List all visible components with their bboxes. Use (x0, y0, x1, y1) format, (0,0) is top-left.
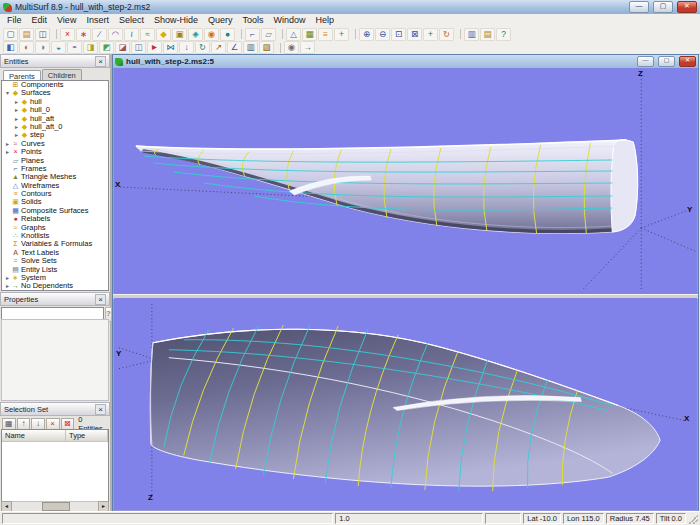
zoom-window-icon[interactable]: ⊡ (391, 28, 406, 41)
insert-magnet-icon[interactable]: ◈ (188, 28, 203, 41)
minimize-button[interactable]: — (629, 1, 649, 13)
pan-view-icon[interactable]: + (423, 28, 438, 41)
delete-entity-icon[interactable]: × (60, 28, 75, 41)
zoom-in-icon[interactable]: ⊕ (359, 28, 374, 41)
zoom-fit-icon[interactable]: ⊠ (407, 28, 422, 41)
tree-item-hull-aft-0[interactable]: ▸◆hull_aft_0 (2, 123, 108, 131)
locate-icon[interactable]: → (300, 41, 315, 54)
tree-item-points[interactable]: ▸×Points (2, 148, 108, 156)
new-file-icon[interactable]: ▢ (3, 28, 18, 41)
tree-item-hull[interactable]: ▸◆hull (2, 98, 108, 106)
show-wireframe-icon[interactable]: △ (286, 28, 301, 41)
tree-item-contours[interactable]: ≡Contours (2, 190, 108, 198)
tree-item-no-dependents[interactable]: ▸→No Dependents (2, 282, 108, 290)
insert-ring-icon[interactable]: ◉ (204, 28, 219, 41)
tree-item-hull-0[interactable]: ▸◆hull_0 (2, 106, 108, 114)
viewport-bottom[interactable]: Y Z X (114, 298, 697, 510)
tree-item-wireframes[interactable]: △Wireframes (2, 182, 108, 190)
menu-window[interactable]: Window (268, 14, 310, 27)
edit-definition-icon[interactable]: ▨ (259, 41, 274, 54)
copy-entity-icon[interactable]: ▥ (243, 41, 258, 54)
blended-surface-icon[interactable]: ◓ (67, 41, 82, 54)
expander-icon[interactable]: ▸ (4, 148, 11, 156)
insert-frame-icon[interactable]: ⌐ (245, 28, 260, 41)
menu-insert[interactable]: Insert (81, 14, 114, 27)
selection-set-hscrollbar[interactable]: ◂ ▸ (1, 501, 109, 511)
scale-entity-icon[interactable]: ↗ (211, 41, 226, 54)
expander-icon[interactable]: ▾ (4, 89, 11, 97)
insert-bead-icon[interactable]: ● (220, 28, 235, 41)
menu-tools[interactable]: Tools (237, 14, 268, 27)
trimmed-surface-icon[interactable]: ◩ (99, 41, 114, 54)
doc-restore-button[interactable]: ▢ (658, 56, 675, 67)
revolution-surface-icon[interactable]: ◐ (19, 41, 34, 54)
hull-side-view[interactable] (136, 140, 638, 234)
expander-icon[interactable]: ▸ (4, 274, 11, 282)
ruled-surface-icon[interactable]: ◧ (3, 41, 18, 54)
measure-icon[interactable]: ◉ (284, 41, 299, 54)
insert-plane-icon[interactable]: ▱ (261, 28, 276, 41)
tangent-boundary-surface-icon[interactable]: ◫ (131, 41, 146, 54)
hull-bottom-view[interactable] (150, 325, 660, 491)
sub-surface-icon[interactable]: ◪ (115, 41, 130, 54)
tree-item-relabels[interactable]: ●Relabels (2, 215, 108, 223)
expander-icon[interactable]: ▸ (13, 131, 20, 139)
insert-solid-icon[interactable]: ▣ (172, 28, 187, 41)
lofted-surface-icon[interactable]: ◒ (51, 41, 66, 54)
show-contours-icon[interactable]: ≡ (318, 28, 333, 41)
help-icon[interactable]: ? (496, 28, 511, 41)
tree-item-planes[interactable]: ▱Planes (2, 157, 108, 165)
rotate-entity-icon[interactable]: ↻ (195, 41, 210, 54)
rotate-view-icon[interactable]: ↻ (439, 28, 454, 41)
tree-item-entity-lists[interactable]: ▤Entity Lists (2, 266, 108, 274)
selection-set-close-icon[interactable]: × (95, 404, 106, 415)
menu-select[interactable]: Select (114, 14, 149, 27)
tree-item-composite-surfaces[interactable]: ▦Composite Surfaces (2, 207, 108, 215)
menu-view[interactable]: View (52, 14, 81, 27)
column-name[interactable]: Name (2, 430, 66, 441)
expander-icon[interactable]: ▸ (4, 282, 11, 290)
insert-snake-icon[interactable]: ≈ (140, 28, 155, 41)
show-mesh-icon[interactable]: ▦ (302, 28, 317, 41)
tree-item-step[interactable]: ▸◆step (2, 131, 108, 139)
properties-close-icon[interactable]: × (95, 294, 106, 305)
expander-icon[interactable]: ▸ (4, 140, 11, 148)
zoom-out-icon[interactable]: ⊖ (375, 28, 390, 41)
project-entity-icon[interactable]: ↓ (179, 41, 194, 54)
open-folder-icon[interactable]: ▤ (19, 28, 34, 41)
mirror-entity-icon[interactable]: ⋈ (163, 41, 178, 54)
insert-surface-icon[interactable]: ◆ (156, 28, 171, 41)
close-button[interactable]: ✕ (677, 1, 697, 13)
tree-item-curves[interactable]: ▸≈Curves (2, 140, 108, 148)
viewport-top[interactable]: Z Y X (114, 68, 697, 294)
expander-icon[interactable]: ▸ (13, 115, 20, 123)
paste-icon[interactable]: ▤ (480, 28, 495, 41)
doc-close-button[interactable]: ✕ (679, 56, 696, 67)
shear-entity-icon[interactable]: ∠ (227, 41, 242, 54)
swept-surface-icon[interactable]: ◑ (35, 41, 50, 54)
menu-show-hide[interactable]: Show-Hide (149, 14, 203, 27)
menu-edit[interactable]: Edit (27, 14, 53, 27)
insert-arc-icon[interactable]: ◠ (108, 28, 123, 41)
bottom-viewport-canvas[interactable] (114, 298, 697, 510)
maximize-button[interactable]: ▢ (653, 1, 673, 13)
menu-help[interactable]: Help (311, 14, 340, 27)
tree-item-graphs[interactable]: ≈Graphs (2, 224, 108, 232)
top-viewport-canvas[interactable] (114, 68, 697, 294)
save-icon[interactable]: ◫ (35, 28, 50, 41)
expander-icon[interactable]: ▸ (13, 98, 20, 106)
tree-item-surfaces[interactable]: ▾◆Surfaces (2, 89, 108, 97)
insert-line-icon[interactable]: ∕ (92, 28, 107, 41)
offset-surface-icon[interactable]: ◨ (83, 41, 98, 54)
doc-minimize-button[interactable]: — (637, 56, 654, 67)
column-type[interactable]: Type (66, 430, 108, 441)
tree-item-components[interactable]: ⊞Components (2, 81, 108, 89)
menu-file[interactable]: File (2, 14, 27, 27)
expander-icon[interactable]: ▸ (13, 123, 20, 131)
resize-grip[interactable] (688, 514, 698, 524)
show-axes-icon[interactable]: + (334, 28, 349, 41)
expander-icon[interactable]: ▸ (13, 106, 20, 114)
copy-icon[interactable]: ▥ (464, 28, 479, 41)
insert-curve-icon[interactable]: ≀ (124, 28, 139, 41)
entities-close-icon[interactable]: × (95, 56, 106, 67)
